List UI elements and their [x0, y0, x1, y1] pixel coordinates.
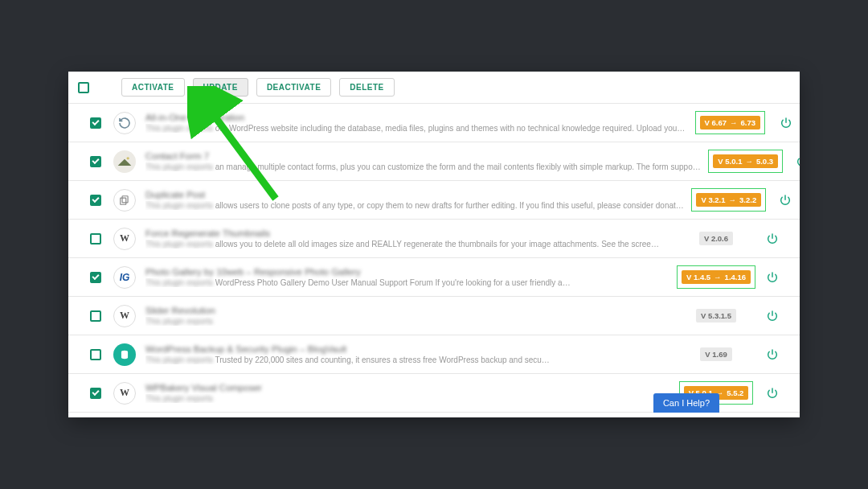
plugin-row: WForce Regenerate ThumbnailsThis plugin … — [68, 220, 800, 258]
plugin-checkbox[interactable] — [90, 233, 101, 244]
version-badge: V 2.0.6 — [699, 232, 733, 245]
plugin-row: Duplicate PostThis plugin exports allows… — [68, 181, 800, 220]
plugin-row: WordPress Backup & Security Plugin – Blo… — [68, 335, 800, 374]
plugin-description: This plugin exports our WordPress websit… — [145, 124, 685, 133]
plugin-icon: IG — [113, 266, 145, 289]
plugin-name: WPBakery Visual Composer — [145, 383, 671, 392]
plugin-icon — [113, 150, 145, 173]
version-cell: V 5.3.1.5 — [678, 309, 755, 323]
plugin-checkbox[interactable] — [90, 156, 101, 167]
version-cell: V 3.2.1→3.2.2 — [690, 188, 768, 212]
plugin-name: Slider Revolution — [145, 306, 671, 315]
plugin-checkbox[interactable] — [90, 349, 101, 360]
power-toggle[interactable] — [784, 155, 800, 168]
plugin-description: This plugin exports allows you to delete… — [145, 240, 671, 249]
plugin-icon — [113, 343, 145, 366]
select-all-checkbox[interactable] — [78, 82, 89, 93]
version-cell: V 1.69 — [678, 347, 755, 361]
update-badge[interactable]: V 5.0.1→5.0.3 — [713, 154, 778, 168]
plugin-checkbox[interactable] — [90, 310, 101, 322]
plugin-name: WordPress Backup & Security Plugin – Blo… — [145, 344, 671, 354]
svg-rect-2 — [121, 198, 126, 204]
plugin-description: This plugin exports WordPress Photo Gall… — [145, 278, 671, 287]
help-widget[interactable]: Can I Help? — [653, 393, 719, 413]
plugin-icon — [113, 112, 145, 134]
svg-point-0 — [127, 157, 129, 159]
plugin-icon: W — [113, 382, 145, 405]
version-cell: V 2.0.6 — [678, 232, 755, 245]
power-toggle[interactable] — [755, 232, 790, 245]
plugin-manager-panel: ACTIVATE UPDATE DEACTIVATE DELETE All-in… — [68, 72, 800, 417]
plugin-description: This plugin exports — [145, 317, 671, 326]
power-toggle[interactable] — [755, 348, 790, 361]
plugin-checkbox[interactable] — [90, 195, 101, 206]
power-toggle[interactable] — [755, 310, 790, 323]
plugin-description: This plugin exports allows users to clon… — [145, 201, 684, 210]
version-cell: V 6.67→6.73 — [691, 111, 768, 134]
plugin-row: IGPhoto Gallery by 10web – Responsive Ph… — [68, 258, 800, 297]
svg-rect-1 — [122, 195, 128, 202]
plugin-icon: W — [113, 228, 145, 250]
plugin-row: All-in-One WP MigrationThis plugin expor… — [68, 104, 800, 142]
power-toggle[interactable] — [768, 194, 800, 207]
update-badge[interactable]: V 6.67→6.73 — [700, 116, 760, 129]
plugin-checkbox[interactable] — [90, 117, 101, 129]
activate-button[interactable]: ACTIVATE — [121, 78, 185, 97]
plugin-name: Photo Gallery by 10web – Responsive Phot… — [145, 267, 671, 277]
version-cell: V 5.0.1→5.0.3 — [707, 150, 784, 173]
plugin-description: This plugin exports — [145, 394, 671, 403]
power-toggle[interactable] — [755, 271, 790, 284]
plugin-list: All-in-One WP MigrationThis plugin expor… — [68, 104, 800, 413]
plugin-name: Force Regenerate Thumbnails — [145, 228, 671, 238]
delete-button[interactable]: DELETE — [339, 78, 394, 97]
version-badge: V 5.3.1.5 — [696, 309, 736, 323]
plugin-name: Duplicate Post — [145, 190, 684, 199]
update-badge[interactable]: V 3.2.1→3.2.2 — [696, 193, 761, 207]
deactivate-button[interactable]: DEACTIVATE — [256, 78, 331, 97]
power-toggle[interactable] — [755, 387, 790, 400]
power-toggle[interactable] — [768, 117, 800, 129]
bulk-toolbar: ACTIVATE UPDATE DEACTIVATE DELETE — [68, 72, 800, 104]
plugin-description: This plugin exports an manage multiple c… — [145, 162, 701, 171]
plugin-name: Contact Form 7 — [145, 151, 701, 161]
plugin-row: Contact Form 7This plugin exports an man… — [68, 142, 800, 181]
version-cell: V 1.4.5→1.4.16 — [678, 265, 755, 289]
plugin-checkbox[interactable] — [90, 272, 101, 283]
plugin-name: All-in-One WP Migration — [145, 113, 685, 122]
plugin-icon: W — [113, 305, 145, 327]
plugin-checkbox[interactable] — [90, 388, 101, 399]
plugin-row: WSlider RevolutionThis plugin exports V … — [68, 297, 800, 335]
version-badge: V 1.69 — [700, 347, 731, 361]
update-badge[interactable]: V 1.4.5→1.4.16 — [682, 270, 751, 284]
update-button[interactable]: UPDATE — [193, 78, 248, 97]
plugin-icon — [113, 189, 145, 212]
plugin-description: This plugin exports Trusted by 220,000 s… — [145, 355, 671, 364]
